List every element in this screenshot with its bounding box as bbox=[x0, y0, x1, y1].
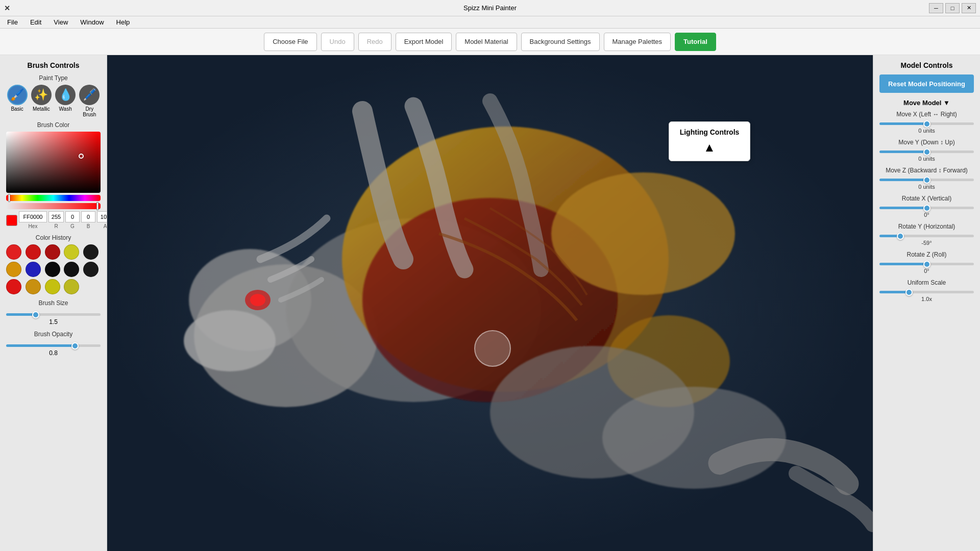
lighting-popup: Lighting Controls ▲ bbox=[669, 121, 750, 161]
svg-point-7 bbox=[551, 172, 735, 295]
g-input[interactable] bbox=[65, 211, 80, 222]
rotate-z-label: Rotate Z (Roll) bbox=[879, 251, 974, 258]
uniform-scale-slider[interactable] bbox=[879, 291, 974, 293]
paint-type-drybrush[interactable]: 🖊️ Dry Brush bbox=[79, 85, 101, 117]
rotate-y-control: Rotate Y (Horizontal) -59° bbox=[879, 223, 974, 246]
close-button[interactable]: ✕ bbox=[962, 3, 976, 13]
color-history-swatches bbox=[6, 244, 101, 294]
basic-label: Basic bbox=[11, 106, 23, 112]
g-input-group: G bbox=[65, 211, 80, 229]
swatch-6[interactable] bbox=[26, 262, 41, 277]
rotate-x-label: Rotate X (Vertical) bbox=[879, 195, 974, 202]
swatch-11[interactable] bbox=[26, 279, 41, 294]
brush-size-value: 1.5 bbox=[6, 318, 101, 325]
menu-view[interactable]: View bbox=[51, 17, 71, 27]
swatch-1[interactable] bbox=[26, 244, 41, 260]
menu-edit[interactable]: Edit bbox=[27, 17, 44, 27]
model-panel: Model Controls Reset Model Positioning M… bbox=[873, 55, 980, 551]
swatch-0[interactable] bbox=[6, 244, 21, 260]
rotate-z-value: 0° bbox=[879, 268, 974, 274]
menu-bar: File Edit View Window Help bbox=[0, 16, 980, 29]
brush-panel-title: Brush Controls bbox=[6, 61, 101, 69]
r-input-group: R bbox=[48, 211, 64, 229]
color-preview bbox=[6, 215, 17, 226]
move-y-label: Move Y (Down ↕ Up) bbox=[879, 139, 974, 146]
swatch-13[interactable] bbox=[64, 279, 79, 294]
swatch-8[interactable] bbox=[64, 262, 79, 277]
rotate-z-slider[interactable] bbox=[879, 263, 974, 265]
lighting-arrow[interactable]: ▲ bbox=[677, 140, 742, 155]
brush-opacity-section: Brush Opacity 0.8 bbox=[6, 331, 101, 357]
b-label: B bbox=[87, 223, 90, 229]
menu-help[interactable]: Help bbox=[113, 17, 133, 27]
move-model-header[interactable]: Move Model ▼ bbox=[879, 99, 974, 107]
redo-button[interactable]: Redo bbox=[358, 33, 391, 51]
brush-cursor bbox=[475, 331, 510, 366]
a-label: A bbox=[104, 223, 107, 229]
color-input-row: FF0000 Hex R G B A bbox=[6, 211, 101, 229]
brush-color-label: Brush Color bbox=[6, 121, 101, 129]
swatch-12[interactable] bbox=[45, 279, 60, 294]
r-input[interactable] bbox=[48, 211, 64, 222]
move-z-value: 0 units bbox=[879, 184, 974, 190]
app-close-x[interactable]: ✕ bbox=[4, 4, 10, 12]
uniform-scale-value: 1.0x bbox=[879, 296, 974, 302]
paint-type-metallic[interactable]: ✨ Metallic bbox=[30, 85, 52, 117]
rotate-x-control: Rotate X (Vertical) 0° bbox=[879, 195, 974, 218]
move-y-slider[interactable] bbox=[879, 151, 974, 153]
swatch-4[interactable] bbox=[83, 244, 99, 260]
model-material-button[interactable]: Model Material bbox=[456, 33, 517, 51]
undo-button[interactable]: Undo bbox=[321, 33, 354, 51]
drybrush-icon: 🖊️ bbox=[79, 85, 100, 105]
rotate-x-slider[interactable] bbox=[879, 207, 974, 209]
swatch-7[interactable] bbox=[45, 262, 60, 277]
maximize-button[interactable]: □ bbox=[945, 3, 960, 13]
toolbar: Choose File Undo Redo Export Model Model… bbox=[0, 29, 980, 55]
move-z-slider[interactable] bbox=[879, 179, 974, 181]
r-label: R bbox=[54, 223, 58, 229]
brush-opacity-slider[interactable] bbox=[6, 344, 101, 347]
paint-type-wash[interactable]: 💧 Wash bbox=[55, 85, 77, 117]
brush-opacity-label: Brush Opacity bbox=[6, 331, 101, 338]
menu-file[interactable]: File bbox=[4, 17, 21, 27]
tutorial-button[interactable]: Tutorial bbox=[675, 33, 716, 51]
hue-bar[interactable] bbox=[6, 195, 101, 201]
hue-cursor bbox=[8, 194, 10, 202]
export-model-button[interactable]: Export Model bbox=[396, 33, 452, 51]
b-input[interactable] bbox=[81, 211, 95, 222]
brush-size-slider[interactable] bbox=[6, 313, 101, 316]
hex-input-group: FF0000 Hex bbox=[19, 211, 47, 229]
rotate-y-slider[interactable] bbox=[879, 235, 974, 237]
paint-type-label: Paint Type bbox=[6, 74, 101, 82]
color-picker-section: FF0000 Hex R G B A bbox=[6, 132, 101, 229]
alpha-bar[interactable] bbox=[6, 203, 101, 209]
move-y-control: Move Y (Down ↕ Up) 0 units bbox=[879, 139, 974, 162]
hex-input[interactable]: FF0000 bbox=[19, 211, 47, 222]
manage-palettes-button[interactable]: Manage Palettes bbox=[604, 33, 671, 51]
wash-label: Wash bbox=[59, 106, 72, 112]
metallic-icon: ✨ bbox=[31, 85, 52, 105]
lighting-popup-title: Lighting Controls bbox=[677, 128, 742, 136]
move-x-slider[interactable] bbox=[879, 122, 974, 125]
choose-file-button[interactable]: Choose File bbox=[264, 33, 316, 51]
swatch-10[interactable] bbox=[6, 279, 21, 294]
reset-model-button[interactable]: Reset Model Positioning bbox=[879, 74, 974, 93]
swatch-5[interactable] bbox=[6, 262, 21, 277]
menu-window[interactable]: Window bbox=[77, 17, 107, 27]
metallic-label: Metallic bbox=[33, 106, 50, 112]
canvas-area[interactable]: Lighting Controls ▲ bbox=[107, 55, 873, 551]
title-bar: ✕ Spizz Mini Painter ─ □ ✕ bbox=[0, 0, 980, 16]
uniform-scale-label: Uniform Scale bbox=[879, 279, 974, 286]
background-settings-button[interactable]: Background Settings bbox=[521, 33, 600, 51]
svg-point-10 bbox=[602, 387, 786, 489]
minimize-button[interactable]: ─ bbox=[929, 3, 943, 13]
swatch-9[interactable] bbox=[83, 262, 99, 277]
color-gradient[interactable] bbox=[6, 132, 101, 193]
a-input[interactable] bbox=[97, 211, 107, 222]
brush-opacity-value: 0.8 bbox=[6, 349, 101, 357]
swatch-2[interactable] bbox=[45, 244, 60, 260]
rotate-x-value: 0° bbox=[879, 212, 974, 218]
swatch-3[interactable] bbox=[64, 244, 79, 260]
b-input-group: B bbox=[81, 211, 95, 229]
paint-type-basic[interactable]: 🖌️ Basic bbox=[6, 85, 28, 117]
